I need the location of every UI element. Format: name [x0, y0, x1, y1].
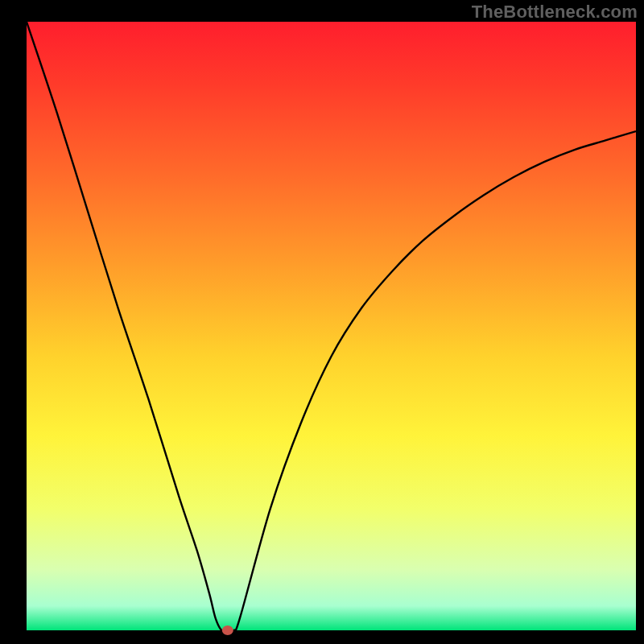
bottleneck-chart: [0, 0, 644, 644]
gradient-background: [27, 22, 636, 630]
chart-frame: TheBottleneck.com: [0, 0, 644, 644]
optimum-marker: [222, 625, 233, 635]
watermark-label: TheBottleneck.com: [472, 2, 638, 23]
